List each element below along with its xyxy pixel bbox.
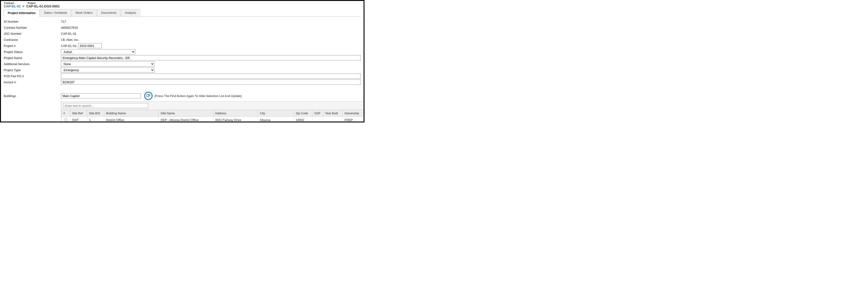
breadcrumb-project-current: CAP-EL-01-DGS-0001: [26, 4, 60, 8]
col-site-bis[interactable]: Site BIS: [87, 110, 104, 117]
buildings-hint: (Press The Find Button Again To Hide Sel…: [154, 94, 242, 98]
svg-line-2: [150, 96, 150, 96]
cell-city: Altoona: [258, 117, 294, 123]
cell-site-ref: SWT: [70, 117, 87, 123]
table-row[interactable]: SWT1District OfficeDEP - Altoona Distric…: [61, 117, 365, 123]
tab-dates-schedule[interactable]: Dates / Schedule: [40, 9, 71, 16]
label-additional-services: Additional Services: [4, 62, 61, 66]
svg-point-1: [149, 94, 150, 96]
col-gsf[interactable]: GSF: [312, 110, 323, 117]
tab-documents[interactable]: Documents: [97, 9, 121, 16]
invoice-num-input[interactable]: [61, 79, 361, 85]
label-project-status: Project Status: [4, 50, 61, 53]
col-address[interactable]: Address: [213, 110, 258, 117]
project-type-select[interactable]: Emergency: [61, 67, 154, 73]
breadcrumb-contract-link[interactable]: CAP-EL-01: [4, 4, 21, 8]
label-project-num: Project #: [4, 44, 61, 47]
tabs: Project Information Dates / Schedule Wor…: [4, 9, 361, 16]
cell-gsf: [312, 117, 323, 123]
label-id-number: ID Number: [4, 20, 61, 23]
cell-site-name: DEP - Altoona District Office: [159, 117, 213, 123]
breadcrumb: CAP-EL-01 > CAP-EL-01-DGS-0001: [4, 4, 361, 8]
label-contract-number: Contract Number: [4, 26, 61, 29]
project-name-input[interactable]: [61, 55, 361, 61]
find-lookup-icon: [146, 94, 151, 99]
value-contract-number: 4400027615: [61, 26, 78, 29]
label-project-type: Project Type: [4, 68, 61, 72]
breadcrumb-separator: >: [23, 4, 24, 8]
col-site-name[interactable]: Site Name: [159, 110, 213, 117]
cell-year: [323, 117, 342, 123]
label-contractor: Contractor: [4, 38, 61, 41]
breadcrumb-labels: Contract Project: [4, 2, 361, 4]
value-id-number: 717: [61, 20, 66, 23]
col-select[interactable]: #: [61, 110, 70, 117]
breadcrumb-contract-label: Contract: [4, 2, 14, 4]
label-invoice-num: Invoice #: [4, 80, 61, 84]
find-button[interactable]: [144, 92, 153, 100]
col-ownership[interactable]: Ownership: [343, 110, 365, 117]
col-site-ref[interactable]: Site Ref: [70, 110, 87, 117]
svg-rect-0: [147, 94, 149, 97]
value-contractor: I.B. Abel, Inc.: [61, 38, 79, 41]
grid-search-input[interactable]: [63, 103, 148, 108]
col-building-name[interactable]: Building Name: [104, 110, 159, 117]
cell-zip: 16602: [294, 117, 312, 123]
table-header-row: # Site Ref Site BIS Building Name Site N…: [61, 110, 365, 117]
breadcrumb-project-label: Project: [28, 2, 35, 4]
col-city[interactable]: City: [258, 110, 294, 117]
cell-ownership: PDEP: [343, 117, 365, 123]
label-fos-fee-po: FOS Fee PO #: [4, 74, 61, 78]
buildings-table: # Site Ref Site BIS Building Name Site N…: [61, 110, 365, 122]
cell-address: 3001 Fairway Drive: [213, 117, 258, 123]
cell-building-name: District Office: [104, 117, 159, 123]
tab-project-information[interactable]: Project Information: [4, 9, 39, 16]
additional-services-select[interactable]: None: [61, 61, 154, 67]
row-select-radio[interactable]: [64, 118, 67, 121]
label-joc-number: JOC Number: [4, 32, 61, 35]
fos-fee-po-input[interactable]: [61, 73, 361, 79]
tab-work-orders[interactable]: Work Orders: [71, 9, 96, 16]
project-status-select[interactable]: Active: [61, 49, 135, 54]
label-buildings: Buildings: [4, 94, 61, 98]
project-num-input[interactable]: [78, 43, 102, 48]
col-zip[interactable]: Zip Code: [294, 110, 312, 117]
app-frame: Contract Project CAP-EL-01 > CAP-EL-01-D…: [0, 0, 365, 122]
cell-site-bis: 1: [87, 117, 104, 123]
label-project-name: Project Name: [4, 56, 61, 60]
buildings-grid: # Site Ref Site BIS Building Name Site N…: [61, 102, 365, 122]
tab-analysis[interactable]: Analysis: [121, 9, 140, 16]
buildings-input[interactable]: [61, 93, 141, 99]
col-year[interactable]: Year Built: [323, 110, 342, 117]
project-num-prefix: CAP-EL-01-: [61, 44, 78, 47]
value-joc-number: CAP-EL-01: [61, 32, 76, 35]
